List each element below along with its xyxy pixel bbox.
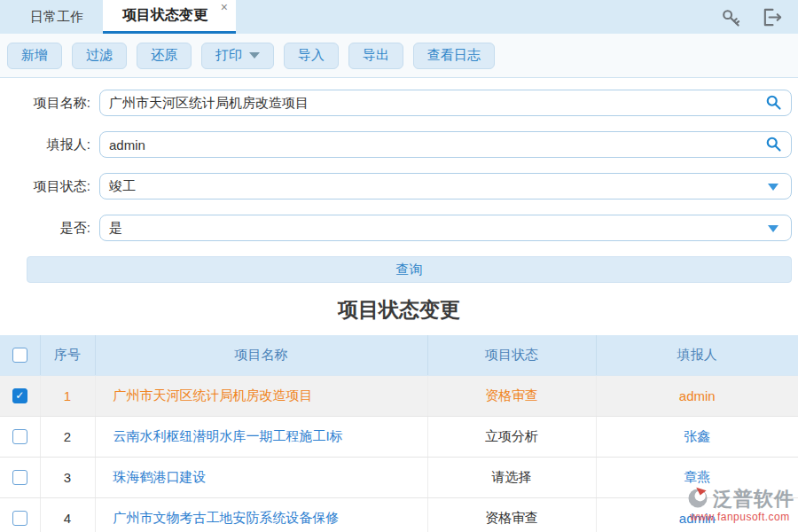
reporter-value: admin <box>109 137 764 153</box>
project-status-select[interactable]: 竣工 <box>99 173 792 200</box>
restore-button[interactable]: 还原 <box>137 43 192 69</box>
select-all-checkbox[interactable] <box>12 348 27 363</box>
table-header-row: 序号 项目名称 项目状态 填报人 <box>0 335 798 375</box>
col-header-reporter: 填报人 <box>596 335 798 375</box>
row-status: 资格审查 <box>427 375 596 416</box>
row-checkbox[interactable] <box>12 470 27 485</box>
row-reporter[interactable]: 张鑫 <box>596 416 798 457</box>
row-checkbox[interactable] <box>12 511 27 526</box>
chevron-down-icon <box>249 52 260 64</box>
tab-label: 项目状态变更 <box>122 6 207 25</box>
row-no: 3 <box>40 457 95 497</box>
row-status: 请选择 <box>427 457 596 497</box>
yes-no-value: 是 <box>109 220 768 237</box>
search-form: 项目名称: 广州市天河区统计局机房改造项目 填报人: admin 项目状态: 竣… <box>0 78 798 283</box>
project-name-input[interactable]: 广州市天河区统计局机房改造项目 <box>99 90 792 116</box>
row-reporter[interactable]: admin <box>596 375 798 416</box>
row-project-name-link[interactable]: 珠海鹤港口建设 <box>113 469 207 484</box>
project-status-label: 项目状态: <box>0 178 99 195</box>
reporter-input[interactable]: admin <box>99 131 792 158</box>
toolbar: 新增 过滤 还原 打印 导入 导出 查看日志 <box>0 34 798 78</box>
page-title: 项目状态变更 <box>0 296 798 324</box>
tab-daily-work[interactable]: 日常工作 <box>11 0 103 34</box>
chevron-down-icon[interactable] <box>768 225 778 238</box>
row-status: 立项分析 <box>427 416 596 457</box>
row-status: 资格审查 <box>427 497 596 532</box>
chevron-down-icon[interactable] <box>768 184 778 196</box>
tab-label: 日常工作 <box>30 9 83 26</box>
view-log-button[interactable]: 查看日志 <box>413 43 495 69</box>
row-no: 2 <box>40 416 95 457</box>
col-header-project-name: 项目名称 <box>95 335 427 375</box>
query-button[interactable]: 查询 <box>27 256 792 283</box>
logout-icon[interactable] <box>762 7 782 27</box>
tab-bar: 日常工作 项目状态变更 × <box>0 0 798 34</box>
export-button[interactable]: 导出 <box>348 43 403 69</box>
row-reporter[interactable]: 章燕 <box>596 457 798 497</box>
filter-button[interactable]: 过滤 <box>72 43 127 69</box>
yes-no-select[interactable]: 是 <box>99 215 792 241</box>
table-row[interactable]: 2 云南水利枢纽潜明水库一期工程施工I标 立项分析 张鑫 <box>0 416 798 457</box>
col-header-no: 序号 <box>40 335 95 375</box>
row-project-name-link[interactable]: 云南水利枢纽潜明水库一期工程施工I标 <box>113 428 343 443</box>
row-no: 4 <box>40 497 95 532</box>
project-status-table: 序号 项目名称 项目状态 填报人 1 广州市天河区统计局机房改造项目 资格审查 … <box>0 335 798 532</box>
table-row[interactable]: 1 广州市天河区统计局机房改造项目 资格审查 admin <box>0 375 798 416</box>
print-button[interactable]: 打印 <box>201 43 274 69</box>
row-project-name-link[interactable]: 广州市文物考古工地安防系统设备保修 <box>113 510 340 525</box>
search-icon[interactable] <box>764 135 782 155</box>
row-checkbox[interactable] <box>12 388 27 403</box>
add-button[interactable]: 新增 <box>7 43 62 69</box>
project-name-value: 广州市天河区统计局机房改造项目 <box>109 95 764 112</box>
row-no: 1 <box>40 375 95 416</box>
import-button[interactable]: 导入 <box>284 43 339 69</box>
table-row[interactable]: 3 珠海鹤港口建设 请选择 章燕 <box>0 457 798 497</box>
tab-project-status-change[interactable]: 项目状态变更 × <box>103 0 236 34</box>
row-project-name-link[interactable]: 广州市天河区统计局机房改造项目 <box>113 387 313 403</box>
reporter-label: 填报人: <box>0 137 99 153</box>
row-checkbox[interactable] <box>12 429 27 444</box>
col-header-status: 项目状态 <box>427 335 596 375</box>
row-reporter[interactable]: admin <box>596 497 798 532</box>
close-icon[interactable]: × <box>221 1 228 13</box>
table-row[interactable]: 4 广州市文物考古工地安防系统设备保修 资格审查 admin <box>0 497 798 532</box>
yes-no-label: 是否: <box>0 220 99 237</box>
project-name-label: 项目名称: <box>0 95 99 112</box>
search-icon[interactable] <box>764 93 782 113</box>
key-icon[interactable] <box>720 7 740 27</box>
project-status-value: 竣工 <box>109 178 768 195</box>
